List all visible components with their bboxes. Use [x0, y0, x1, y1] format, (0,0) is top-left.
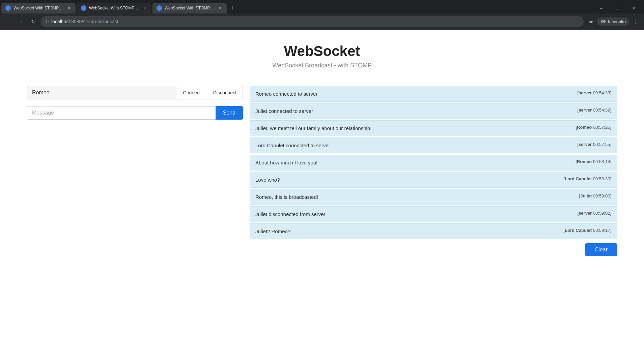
message-text: Romeo, this is broadcasted! — [255, 193, 572, 200]
close-button[interactable]: ✕ — [626, 3, 641, 13]
message-sender: server — [579, 90, 592, 95]
tab-1-label: WebSocket With STOMP Broadc… — [13, 6, 63, 10]
message-sender: server — [579, 107, 592, 113]
bookmark-icon[interactable]: ★ — [586, 17, 596, 26]
page-content: WebSocket WebSocket Broadcast - with STO… — [0, 30, 644, 340]
message-meta: [Romeo 00:57:25] — [576, 125, 611, 130]
message-sender: Romeo — [577, 159, 592, 164]
disconnect-button[interactable]: Disconnect — [207, 86, 243, 99]
message-input[interactable] — [27, 106, 216, 120]
message-row: Send — [27, 106, 243, 120]
tab-3-label: WebSocket With STOMP Broadc… — [165, 6, 215, 10]
incognito-badge[interactable]: Incognito — [597, 18, 629, 26]
message-text: Lord Capulet connected to server — [255, 142, 571, 149]
message-item: Romeo, this is broadcasted![Juliet 00:59… — [250, 189, 617, 205]
message-text: Juliet, we must tell our family about ou… — [255, 125, 569, 132]
browser-chrome: WebSocket With STOMP Broadc… ✕ WebSocket… — [0, 0, 644, 30]
message-text: Juliet connected to server — [255, 107, 571, 115]
message-sender: server — [579, 211, 592, 216]
url-path: :8080/stomp-broadcast — [70, 19, 118, 24]
url-bar[interactable]: ⓘ localhost:8080/stomp-broadcast — [40, 16, 584, 27]
address-right-actions: ★ Incognito ⋮ — [586, 17, 640, 26]
new-tab-button[interactable]: + — [228, 3, 237, 13]
message-meta: [server 00:57:55] — [578, 142, 612, 147]
message-meta: [server 00:54:33] — [578, 90, 612, 95]
tab-2[interactable]: WebSocket With STOMP Broadc… ✕ — [77, 3, 151, 13]
message-meta: [Lord Capulet 00:59:17] — [563, 228, 611, 233]
window-controls: – ▭ ✕ — [593, 3, 644, 13]
message-meta: [server 00:54:39] — [578, 107, 612, 113]
tab-3[interactable]: WebSocket With STOMP Broadc… ✕ — [152, 3, 227, 13]
message-text: Love who? — [255, 176, 557, 183]
message-sender: Lord Capulet — [565, 176, 592, 181]
message-meta: [Lord Capulet 00:58:30] — [563, 176, 611, 181]
left-panel: Connect Disconnect Send — [27, 86, 243, 120]
username-input[interactable] — [27, 86, 177, 99]
right-panel: Romeo connected to server[server 00:54:3… — [250, 86, 617, 256]
reload-button[interactable]: ↻ — [28, 17, 38, 26]
send-button[interactable]: Send — [216, 106, 243, 120]
message-item: Juliet? Romeo?[Lord Capulet 00:59:17] — [250, 223, 617, 239]
minimize-button[interactable]: – — [593, 3, 609, 13]
message-item: Juliet, we must tell our family about ou… — [250, 120, 617, 136]
tab-2-label: WebSocket With STOMP Broadc… — [89, 6, 139, 10]
page-subtitle: WebSocket Broadcast - with STOMP — [27, 62, 617, 69]
clear-button[interactable]: Clear — [585, 243, 617, 256]
message-meta: [Juliet 00:59:00] — [579, 193, 611, 198]
message-item: Lord Capulet connected to server[server … — [250, 137, 617, 153]
message-text: About how much I love you! — [255, 159, 569, 166]
url-host: localhost — [51, 19, 70, 24]
tab-3-favicon — [157, 5, 162, 11]
clear-row: Clear — [250, 243, 617, 256]
username-row: Connect Disconnect — [27, 86, 243, 99]
tab-1-close[interactable]: ✕ — [66, 5, 72, 11]
restore-button[interactable]: ▭ — [610, 3, 625, 13]
message-sender: Juliet — [580, 193, 592, 198]
main-layout: Connect Disconnect Send Romeo connected … — [27, 86, 617, 256]
tab-bar: WebSocket With STOMP Broadc… ✕ WebSocket… — [0, 0, 644, 13]
svg-point-2 — [158, 6, 161, 10]
message-meta: [server 00:59:02] — [578, 211, 612, 216]
incognito-label: Incognito — [608, 19, 626, 24]
message-meta: [Romeo 00:58:14] — [576, 159, 611, 164]
messages-container: Romeo connected to server[server 00:54:3… — [250, 86, 617, 241]
message-item: Juliet connected to server[server 00:54:… — [250, 103, 617, 119]
tab-2-favicon — [81, 5, 86, 11]
message-item: Juliet disconnected from server[server 0… — [250, 206, 617, 222]
message-text: Romeo connected to server — [255, 90, 571, 97]
message-sender: server — [579, 142, 592, 147]
tab-2-close[interactable]: ✕ — [142, 5, 147, 11]
message-text: Juliet disconnected from server — [255, 211, 571, 218]
message-item: About how much I love you![Romeo 00:58:1… — [250, 155, 617, 171]
address-bar: ← → ↻ ⓘ localhost:8080/stomp-broadcast ★… — [0, 13, 644, 30]
message-sender: Lord Capulet — [565, 228, 592, 233]
svg-point-0 — [6, 6, 10, 10]
back-button[interactable]: ← — [4, 17, 13, 26]
tab-1[interactable]: WebSocket With STOMP Broadc… ✕ — [1, 3, 76, 13]
forward-button[interactable]: → — [16, 17, 26, 26]
message-item: Love who?[Lord Capulet 00:58:30] — [250, 172, 617, 188]
menu-icon[interactable]: ⋮ — [631, 17, 640, 26]
page-title: WebSocket — [27, 43, 617, 59]
tab-3-close[interactable]: ✕ — [217, 5, 223, 11]
page-header: WebSocket WebSocket Broadcast - with STO… — [27, 43, 617, 69]
svg-point-1 — [82, 6, 85, 10]
url-text: localhost:8080/stomp-broadcast — [51, 19, 118, 24]
message-text: Juliet? Romeo? — [255, 228, 557, 235]
message-sender: Romeo — [577, 125, 592, 130]
tab-1-favicon — [5, 5, 11, 11]
secure-icon: ⓘ — [45, 19, 49, 25]
connect-button[interactable]: Connect — [177, 86, 207, 99]
message-item: Romeo connected to server[server 00:54:3… — [250, 86, 617, 102]
